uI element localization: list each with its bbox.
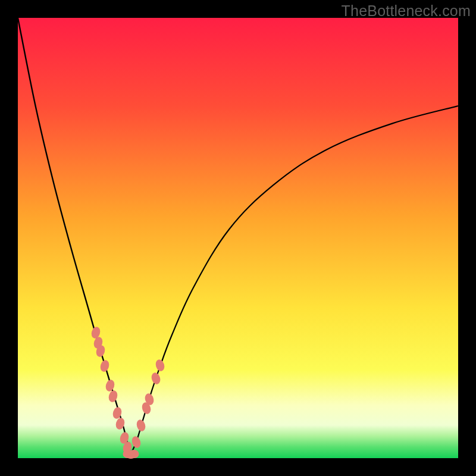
plot-area xyxy=(18,18,458,458)
data-marker xyxy=(129,450,139,458)
watermark-text: TheBottleneck.com xyxy=(342,2,471,20)
bottleneck-curve xyxy=(18,18,458,458)
curve-right xyxy=(131,106,458,454)
curve-left xyxy=(18,18,131,454)
